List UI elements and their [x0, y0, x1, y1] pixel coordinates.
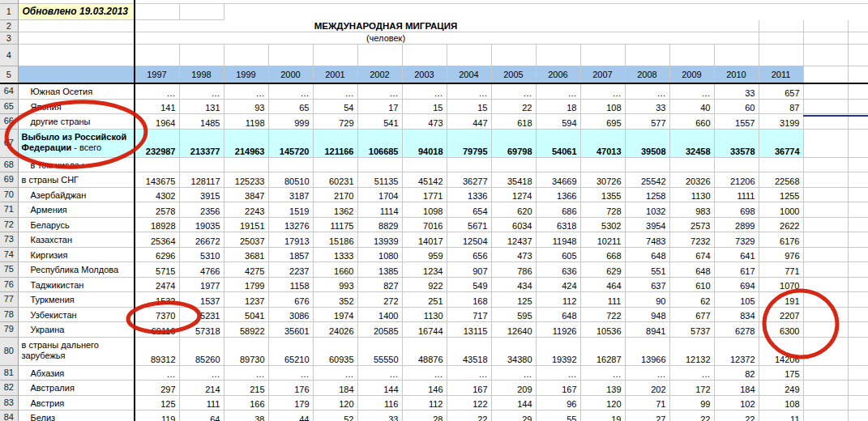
cell[interactable]: 167: [447, 381, 491, 396]
row-number[interactable]: 65: [0, 99, 18, 114]
cell[interactable]: 112: [402, 395, 447, 410]
empty-cell[interactable]: [803, 395, 848, 410]
empty-cell[interactable]: [848, 277, 868, 292]
row-number[interactable]: 80: [0, 337, 18, 365]
cell[interactable]: …: [536, 365, 580, 381]
empty-cell[interactable]: [848, 157, 868, 172]
cell[interactable]: 654: [447, 202, 491, 218]
empty-cell[interactable]: [357, 45, 402, 66]
cell[interactable]: …: [447, 365, 491, 381]
cell[interactable]: 1000: [759, 202, 803, 218]
cell[interactable]: 19035: [179, 217, 224, 232]
cell[interactable]: 686: [536, 202, 580, 218]
empty-cell[interactable]: [803, 129, 848, 157]
cell[interactable]: 176: [268, 381, 313, 396]
cell[interactable]: …: [402, 365, 447, 381]
cell[interactable]: 3847: [224, 187, 268, 202]
empty-cell[interactable]: [848, 45, 868, 66]
cell[interactable]: 434: [491, 277, 536, 292]
cell[interactable]: 464: [580, 277, 625, 292]
cell[interactable]: 18928: [135, 217, 179, 232]
row-number[interactable]: 76: [0, 277, 18, 292]
cell[interactable]: 16744: [402, 322, 447, 338]
empty-cell[interactable]: [803, 410, 848, 421]
cell[interactable]: 12640: [491, 322, 536, 338]
cell[interactable]: 3199: [759, 114, 803, 130]
cell[interactable]: 2356: [179, 202, 224, 218]
cell[interactable]: 43518: [447, 337, 491, 365]
cell[interactable]: 1255: [759, 187, 803, 202]
cell[interactable]: 5671: [447, 217, 491, 232]
cell[interactable]: 36774: [759, 129, 803, 157]
cell[interactable]: 214: [179, 381, 224, 396]
cell[interactable]: 1258: [625, 187, 669, 202]
cell[interactable]: 4302: [135, 187, 179, 202]
cell[interactable]: 2237: [268, 262, 313, 278]
empty-cell[interactable]: [848, 410, 868, 421]
cell[interactable]: …: [536, 83, 580, 99]
cell[interactable]: 551: [625, 262, 669, 278]
cell[interactable]: 15: [447, 99, 491, 114]
cell[interactable]: [179, 157, 224, 172]
cell[interactable]: 251: [402, 292, 447, 308]
cell[interactable]: 89730: [224, 337, 268, 365]
cell[interactable]: 232987: [135, 129, 179, 157]
row-number[interactable]: 2: [0, 20, 18, 32]
empty-cell[interactable]: [18, 32, 135, 45]
row-label-cell[interactable]: Южная Осетия: [18, 83, 135, 99]
cell[interactable]: 125: [491, 292, 536, 308]
row-label-cell[interactable]: Япония: [18, 99, 135, 114]
cell[interactable]: 7483: [625, 232, 669, 248]
cell[interactable]: 35418: [491, 172, 536, 188]
cell[interactable]: 27: [625, 410, 669, 421]
empty-cell[interactable]: [803, 365, 848, 381]
cell[interactable]: 2170: [313, 187, 357, 202]
cell[interactable]: 167: [536, 381, 580, 396]
empty-cell[interactable]: [848, 32, 868, 45]
cell[interactable]: 65: [268, 99, 313, 114]
cell[interactable]: 60935: [313, 337, 357, 365]
row-label-cell[interactable]: другие страны: [18, 114, 135, 130]
empty-cell[interactable]: [803, 322, 848, 338]
empty-cell[interactable]: [803, 32, 848, 45]
row-number[interactable]: 74: [0, 247, 18, 262]
cell[interactable]: 12437: [491, 232, 536, 248]
cell[interactable]: 17913: [268, 232, 313, 248]
row-number[interactable]: 68: [0, 157, 18, 172]
row-number[interactable]: 69: [0, 172, 18, 188]
cell[interactable]: 36277: [447, 172, 491, 188]
cell[interactable]: 24026: [313, 322, 357, 338]
empty-cell[interactable]: [848, 20, 868, 32]
empty-cell[interactable]: [803, 83, 848, 99]
cell[interactable]: …: [669, 365, 714, 381]
cell[interactable]: 112: [536, 292, 580, 308]
cell[interactable]: 6278: [714, 322, 759, 338]
cell[interactable]: 144: [357, 381, 402, 396]
cell[interactable]: 11: [759, 410, 803, 421]
cell[interactable]: 595: [491, 307, 536, 322]
cell[interactable]: 146: [402, 381, 447, 396]
cell[interactable]: 549: [447, 277, 491, 292]
cell[interactable]: …: [313, 365, 357, 381]
row-number[interactable]: 79: [0, 322, 18, 338]
cell[interactable]: 213377: [179, 129, 224, 157]
cell[interactable]: 39508: [625, 129, 669, 157]
year-header-lead-cell[interactable]: [18, 66, 135, 84]
cell[interactable]: 69798: [491, 129, 536, 157]
cell[interactable]: 33: [714, 83, 759, 99]
cell[interactable]: 85260: [179, 337, 224, 365]
cell[interactable]: …: [135, 83, 179, 99]
row-label-cell[interactable]: в том числе :: [18, 157, 135, 172]
row-number[interactable]: 73: [0, 232, 18, 248]
cell[interactable]: 64: [179, 410, 224, 421]
cell[interactable]: 11948: [536, 232, 580, 248]
empty-cell[interactable]: [848, 187, 868, 202]
cell[interactable]: 34669: [536, 172, 580, 188]
cell[interactable]: 656: [447, 247, 491, 262]
cell[interactable]: 10536: [580, 322, 625, 338]
cell[interactable]: 1111: [714, 187, 759, 202]
cell[interactable]: 1234: [402, 262, 447, 278]
cell[interactable]: 15186: [313, 232, 357, 248]
empty-cell[interactable]: [803, 217, 848, 232]
cell[interactable]: 65210: [268, 337, 313, 365]
